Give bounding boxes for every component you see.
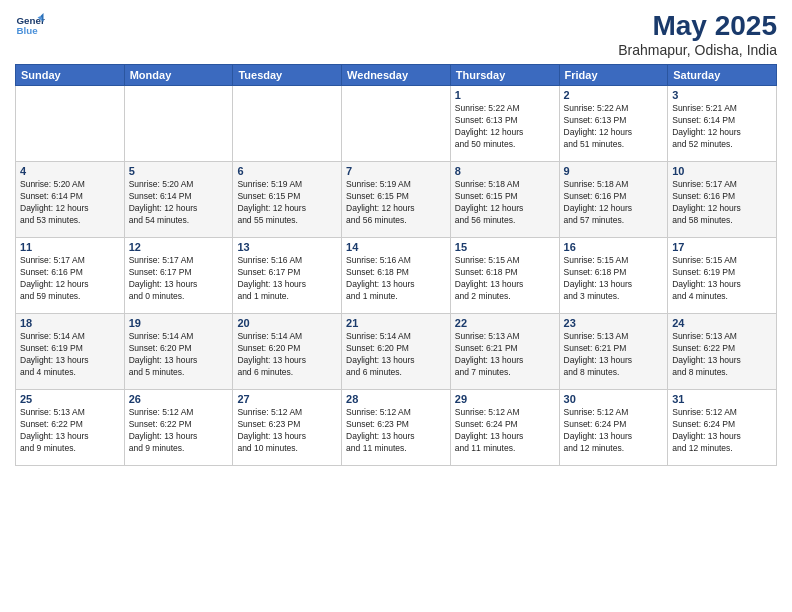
day-number: 14 bbox=[346, 241, 446, 253]
table-row: 7Sunrise: 5:19 AM Sunset: 6:15 PM Daylig… bbox=[342, 162, 451, 238]
day-info: Sunrise: 5:14 AM Sunset: 6:20 PM Dayligh… bbox=[346, 331, 446, 379]
header-thursday: Thursday bbox=[450, 65, 559, 86]
day-info: Sunrise: 5:12 AM Sunset: 6:24 PM Dayligh… bbox=[672, 407, 772, 455]
day-info: Sunrise: 5:13 AM Sunset: 6:21 PM Dayligh… bbox=[455, 331, 555, 379]
table-row: 3Sunrise: 5:21 AM Sunset: 6:14 PM Daylig… bbox=[668, 86, 777, 162]
table-row: 20Sunrise: 5:14 AM Sunset: 6:20 PM Dayli… bbox=[233, 314, 342, 390]
day-info: Sunrise: 5:16 AM Sunset: 6:18 PM Dayligh… bbox=[346, 255, 446, 303]
day-number: 30 bbox=[564, 393, 664, 405]
table-row: 18Sunrise: 5:14 AM Sunset: 6:19 PM Dayli… bbox=[16, 314, 125, 390]
table-row: 21Sunrise: 5:14 AM Sunset: 6:20 PM Dayli… bbox=[342, 314, 451, 390]
table-row: 6Sunrise: 5:19 AM Sunset: 6:15 PM Daylig… bbox=[233, 162, 342, 238]
calendar-week-row: 18Sunrise: 5:14 AM Sunset: 6:19 PM Dayli… bbox=[16, 314, 777, 390]
day-info: Sunrise: 5:17 AM Sunset: 6:16 PM Dayligh… bbox=[20, 255, 120, 303]
svg-text:Blue: Blue bbox=[17, 25, 39, 36]
table-row: 16Sunrise: 5:15 AM Sunset: 6:18 PM Dayli… bbox=[559, 238, 668, 314]
table-row bbox=[342, 86, 451, 162]
logo: General Blue bbox=[15, 10, 45, 40]
day-info: Sunrise: 5:22 AM Sunset: 6:13 PM Dayligh… bbox=[564, 103, 664, 151]
day-number: 29 bbox=[455, 393, 555, 405]
day-number: 8 bbox=[455, 165, 555, 177]
day-info: Sunrise: 5:15 AM Sunset: 6:19 PM Dayligh… bbox=[672, 255, 772, 303]
header-sunday: Sunday bbox=[16, 65, 125, 86]
logo-icon: General Blue bbox=[15, 10, 45, 40]
day-number: 2 bbox=[564, 89, 664, 101]
day-info: Sunrise: 5:19 AM Sunset: 6:15 PM Dayligh… bbox=[346, 179, 446, 227]
table-row: 10Sunrise: 5:17 AM Sunset: 6:16 PM Dayli… bbox=[668, 162, 777, 238]
day-info: Sunrise: 5:12 AM Sunset: 6:22 PM Dayligh… bbox=[129, 407, 229, 455]
header-tuesday: Tuesday bbox=[233, 65, 342, 86]
day-info: Sunrise: 5:18 AM Sunset: 6:15 PM Dayligh… bbox=[455, 179, 555, 227]
day-number: 11 bbox=[20, 241, 120, 253]
day-info: Sunrise: 5:13 AM Sunset: 6:21 PM Dayligh… bbox=[564, 331, 664, 379]
day-info: Sunrise: 5:12 AM Sunset: 6:24 PM Dayligh… bbox=[455, 407, 555, 455]
day-info: Sunrise: 5:20 AM Sunset: 6:14 PM Dayligh… bbox=[20, 179, 120, 227]
day-info: Sunrise: 5:12 AM Sunset: 6:24 PM Dayligh… bbox=[564, 407, 664, 455]
day-number: 17 bbox=[672, 241, 772, 253]
day-number: 4 bbox=[20, 165, 120, 177]
table-row bbox=[233, 86, 342, 162]
day-info: Sunrise: 5:13 AM Sunset: 6:22 PM Dayligh… bbox=[20, 407, 120, 455]
day-number: 22 bbox=[455, 317, 555, 329]
day-info: Sunrise: 5:14 AM Sunset: 6:19 PM Dayligh… bbox=[20, 331, 120, 379]
table-row: 2Sunrise: 5:22 AM Sunset: 6:13 PM Daylig… bbox=[559, 86, 668, 162]
month-title: May 2025 bbox=[618, 10, 777, 42]
day-info: Sunrise: 5:17 AM Sunset: 6:17 PM Dayligh… bbox=[129, 255, 229, 303]
table-row: 13Sunrise: 5:16 AM Sunset: 6:17 PM Dayli… bbox=[233, 238, 342, 314]
day-number: 21 bbox=[346, 317, 446, 329]
day-number: 28 bbox=[346, 393, 446, 405]
table-row: 28Sunrise: 5:12 AM Sunset: 6:23 PM Dayli… bbox=[342, 390, 451, 466]
day-number: 26 bbox=[129, 393, 229, 405]
header-saturday: Saturday bbox=[668, 65, 777, 86]
day-number: 13 bbox=[237, 241, 337, 253]
header-wednesday: Wednesday bbox=[342, 65, 451, 86]
day-number: 16 bbox=[564, 241, 664, 253]
day-info: Sunrise: 5:20 AM Sunset: 6:14 PM Dayligh… bbox=[129, 179, 229, 227]
table-row: 8Sunrise: 5:18 AM Sunset: 6:15 PM Daylig… bbox=[450, 162, 559, 238]
day-number: 6 bbox=[237, 165, 337, 177]
calendar-table: Sunday Monday Tuesday Wednesday Thursday… bbox=[15, 64, 777, 466]
table-row: 29Sunrise: 5:12 AM Sunset: 6:24 PM Dayli… bbox=[450, 390, 559, 466]
day-number: 3 bbox=[672, 89, 772, 101]
day-info: Sunrise: 5:18 AM Sunset: 6:16 PM Dayligh… bbox=[564, 179, 664, 227]
table-row bbox=[124, 86, 233, 162]
day-number: 19 bbox=[129, 317, 229, 329]
table-row: 26Sunrise: 5:12 AM Sunset: 6:22 PM Dayli… bbox=[124, 390, 233, 466]
day-number: 24 bbox=[672, 317, 772, 329]
day-info: Sunrise: 5:15 AM Sunset: 6:18 PM Dayligh… bbox=[564, 255, 664, 303]
day-number: 20 bbox=[237, 317, 337, 329]
table-row: 9Sunrise: 5:18 AM Sunset: 6:16 PM Daylig… bbox=[559, 162, 668, 238]
table-row: 5Sunrise: 5:20 AM Sunset: 6:14 PM Daylig… bbox=[124, 162, 233, 238]
table-row: 22Sunrise: 5:13 AM Sunset: 6:21 PM Dayli… bbox=[450, 314, 559, 390]
day-info: Sunrise: 5:21 AM Sunset: 6:14 PM Dayligh… bbox=[672, 103, 772, 151]
table-row: 23Sunrise: 5:13 AM Sunset: 6:21 PM Dayli… bbox=[559, 314, 668, 390]
day-number: 5 bbox=[129, 165, 229, 177]
day-info: Sunrise: 5:12 AM Sunset: 6:23 PM Dayligh… bbox=[346, 407, 446, 455]
table-row: 14Sunrise: 5:16 AM Sunset: 6:18 PM Dayli… bbox=[342, 238, 451, 314]
calendar-week-row: 4Sunrise: 5:20 AM Sunset: 6:14 PM Daylig… bbox=[16, 162, 777, 238]
day-number: 12 bbox=[129, 241, 229, 253]
day-info: Sunrise: 5:12 AM Sunset: 6:23 PM Dayligh… bbox=[237, 407, 337, 455]
day-number: 1 bbox=[455, 89, 555, 101]
table-row bbox=[16, 86, 125, 162]
day-number: 27 bbox=[237, 393, 337, 405]
table-row: 1Sunrise: 5:22 AM Sunset: 6:13 PM Daylig… bbox=[450, 86, 559, 162]
table-row: 25Sunrise: 5:13 AM Sunset: 6:22 PM Dayli… bbox=[16, 390, 125, 466]
day-number: 23 bbox=[564, 317, 664, 329]
day-number: 10 bbox=[672, 165, 772, 177]
table-row: 19Sunrise: 5:14 AM Sunset: 6:20 PM Dayli… bbox=[124, 314, 233, 390]
table-row: 27Sunrise: 5:12 AM Sunset: 6:23 PM Dayli… bbox=[233, 390, 342, 466]
calendar-container: General Blue May 2025 Brahmapur, Odisha,… bbox=[0, 0, 792, 476]
title-block: May 2025 Brahmapur, Odisha, India bbox=[618, 10, 777, 58]
weekday-header-row: Sunday Monday Tuesday Wednesday Thursday… bbox=[16, 65, 777, 86]
day-number: 15 bbox=[455, 241, 555, 253]
day-info: Sunrise: 5:14 AM Sunset: 6:20 PM Dayligh… bbox=[129, 331, 229, 379]
header: General Blue May 2025 Brahmapur, Odisha,… bbox=[15, 10, 777, 58]
calendar-week-row: 1Sunrise: 5:22 AM Sunset: 6:13 PM Daylig… bbox=[16, 86, 777, 162]
location-subtitle: Brahmapur, Odisha, India bbox=[618, 42, 777, 58]
day-info: Sunrise: 5:19 AM Sunset: 6:15 PM Dayligh… bbox=[237, 179, 337, 227]
table-row: 24Sunrise: 5:13 AM Sunset: 6:22 PM Dayli… bbox=[668, 314, 777, 390]
day-info: Sunrise: 5:13 AM Sunset: 6:22 PM Dayligh… bbox=[672, 331, 772, 379]
header-friday: Friday bbox=[559, 65, 668, 86]
day-info: Sunrise: 5:16 AM Sunset: 6:17 PM Dayligh… bbox=[237, 255, 337, 303]
